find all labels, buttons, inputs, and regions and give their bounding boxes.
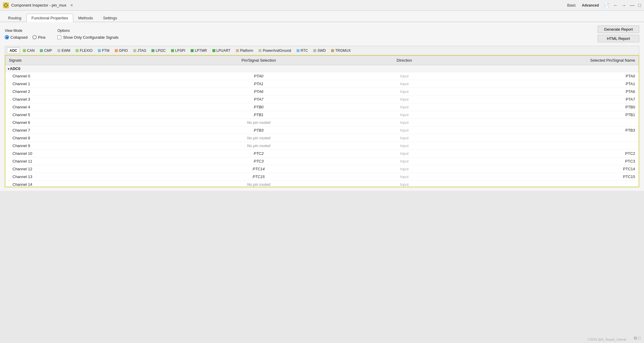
close-icon[interactable]: ✕ <box>69 3 75 8</box>
cat-tab-lpi2c[interactable]: LPI2C <box>149 48 168 54</box>
table-row[interactable]: Channel 0PTA0InputPTA0 <box>5 72 639 80</box>
title-bar: Component Inspector - pin_mux ✕ Basic Ad… <box>0 0 644 11</box>
cat-tab-jtag[interactable]: JTAG <box>131 48 149 54</box>
view-mode-label: View Mode <box>5 29 46 33</box>
cat-tab-platform[interactable]: Platform <box>234 48 256 54</box>
cat-dot-lpuart <box>212 49 215 52</box>
tab-settings[interactable]: Settings <box>98 14 122 22</box>
table-row[interactable]: Channel 10PTC2InputPTC2 <box>5 150 639 158</box>
controls-row: View Mode Collapsed Pins Options <box>5 26 639 42</box>
cat-dot-powerandground <box>258 49 261 52</box>
options-group: Options Show Only Configurable Signals <box>57 29 118 40</box>
cat-dot-cmp <box>40 49 43 52</box>
checkbox-configurable-box <box>57 35 61 39</box>
table-body: ▾ADC0Channel 0PTA0InputPTA0Channel 1PTA1… <box>5 65 639 187</box>
cat-dot-can <box>23 49 26 52</box>
checkbox-configurable[interactable]: Show Only Configurable Signals <box>57 35 118 40</box>
radio-collapsed[interactable]: Collapsed <box>5 35 28 40</box>
restore-icon[interactable]: ⧉ <box>634 336 637 341</box>
col-header-pin: Pin/Signal Selection <box>183 56 335 65</box>
maximize-button[interactable]: □ <box>638 3 641 8</box>
cat-tab-gpio[interactable]: GPIO <box>112 48 130 54</box>
cat-dot-lpspi <box>171 49 174 52</box>
cat-tab-ftm[interactable]: FTM <box>95 48 112 54</box>
table-row[interactable]: Channel 2PTA6InputPTA6 <box>5 88 639 96</box>
title-bar-right: Basic Advanced 📄 ← → — □ <box>566 2 641 8</box>
table-row[interactable]: Channel 12PTC14InputPTC14 <box>5 165 639 173</box>
footer-watermark: CSDN @A_Stupid_Liberal <box>588 338 626 341</box>
table-container: Signals Pin/Signal Selection Direction S… <box>5 55 639 187</box>
cat-dot-gpio <box>115 49 118 52</box>
cat-dot-platform <box>236 49 239 52</box>
controls-right: Generate Report HTML Report <box>598 26 639 42</box>
main-content: View Mode Collapsed Pins Options <box>0 22 644 191</box>
basic-mode-button[interactable]: Basic <box>566 3 577 8</box>
table-group-header: ▾ADC0 <box>5 65 639 72</box>
back-button[interactable]: ← <box>613 3 618 8</box>
radio-pins[interactable]: Pins <box>32 35 46 40</box>
generate-report-button[interactable]: Generate Report <box>598 26 639 33</box>
cat-dot-lpi2c <box>151 49 154 52</box>
view-mode-group: View Mode Collapsed Pins <box>5 29 46 40</box>
cat-tab-rtc[interactable]: RTC <box>294 48 310 54</box>
table-row[interactable]: Channel 8No pin routedInput <box>5 134 639 142</box>
col-header-selected: Selected Pin/Signal Name <box>474 56 639 65</box>
cat-dot-trgmux <box>331 49 334 52</box>
options-label: Options <box>57 29 118 33</box>
cat-dot-jtag <box>133 49 136 52</box>
cat-tab-trgmux[interactable]: TRGMUX <box>329 48 353 54</box>
cat-tab-powerandground[interactable]: PowerAndGround <box>256 48 293 54</box>
radio-group: Collapsed Pins <box>5 35 46 40</box>
table-row[interactable]: Channel 14No pin routedInput <box>5 181 639 187</box>
cat-dot-rtc <box>297 49 300 52</box>
col-header-signals: Signals <box>5 56 183 65</box>
table-row[interactable]: Channel 5PTB1InputPTB1 <box>5 111 639 119</box>
radio-collapsed-circle <box>5 35 9 39</box>
signals-table: Signals Pin/Signal Selection Direction S… <box>5 56 639 187</box>
cat-dot-swd <box>313 49 316 52</box>
advanced-mode-button[interactable]: Advanced <box>581 3 600 8</box>
cat-tab-cmp[interactable]: CMP <box>37 48 54 54</box>
table-row[interactable]: Channel 3PTA7InputPTA7 <box>5 96 639 103</box>
cat-tab-lpuart[interactable]: LPUART <box>210 48 233 54</box>
cat-dot-ftm <box>98 49 101 52</box>
html-report-button[interactable]: HTML Report <box>598 35 639 42</box>
table-row[interactable]: Channel 7PTB3InputPTB3 <box>5 127 639 134</box>
app-icon <box>3 2 9 8</box>
table-row[interactable]: Channel 13PTC15InputPTC15 <box>5 173 639 181</box>
category-bar: ADCCANCMPEWMFLEXIOFTMGPIOJTAGLPI2CLPSPIL… <box>5 46 639 55</box>
window-chrome-bottom: ⧉ □ <box>634 336 640 341</box>
cat-tab-can[interactable]: CAN <box>21 48 37 54</box>
table-scroll[interactable]: Signals Pin/Signal Selection Direction S… <box>5 56 639 187</box>
table-header-row: Signals Pin/Signal Selection Direction S… <box>5 56 639 65</box>
cat-tab-swd[interactable]: SWD <box>311 48 328 54</box>
cat-tab-flexio[interactable]: FLEXIO <box>73 48 95 54</box>
cat-dot-ewm <box>57 49 60 52</box>
table-row[interactable]: Channel 11PTC3InputPTC3 <box>5 158 639 165</box>
cat-tab-ewm[interactable]: EWM <box>55 48 73 54</box>
tab-methods[interactable]: Methods <box>73 14 98 22</box>
cat-tab-lptmr[interactable]: LPTMR <box>188 48 209 54</box>
controls-left: View Mode Collapsed Pins Options <box>5 29 119 40</box>
file-icon: 📄 <box>604 2 609 8</box>
minimize-button[interactable]: — <box>630 3 634 8</box>
tab-functional-properties[interactable]: Functional Properties <box>26 14 73 22</box>
cat-dot-flexio <box>76 49 79 52</box>
cat-dot-lptmr <box>191 49 194 52</box>
forward-button[interactable]: → <box>621 3 626 8</box>
table-row[interactable]: Channel 6No pin routedInput <box>5 119 639 127</box>
col-header-direction: Direction <box>335 56 474 65</box>
radio-pins-circle <box>32 35 37 39</box>
cat-tab-lpspi[interactable]: LPSPI <box>169 48 188 54</box>
table-row[interactable]: Channel 4PTB0InputPTB0 <box>5 103 639 111</box>
table-row[interactable]: Channel 1PTA1InputPTA1 <box>5 80 639 88</box>
table-row[interactable]: Channel 9No pin routedInput <box>5 142 639 150</box>
tab-bar: Routing Functional Properties Methods Se… <box>0 11 644 22</box>
cat-tab-adc[interactable]: ADC <box>7 47 20 54</box>
window-title: Component Inspector - pin_mux <box>11 3 66 7</box>
expand-icon[interactable]: □ <box>638 336 640 341</box>
tab-routing[interactable]: Routing <box>3 14 26 22</box>
title-bar-left: Component Inspector - pin_mux ✕ <box>3 2 75 8</box>
